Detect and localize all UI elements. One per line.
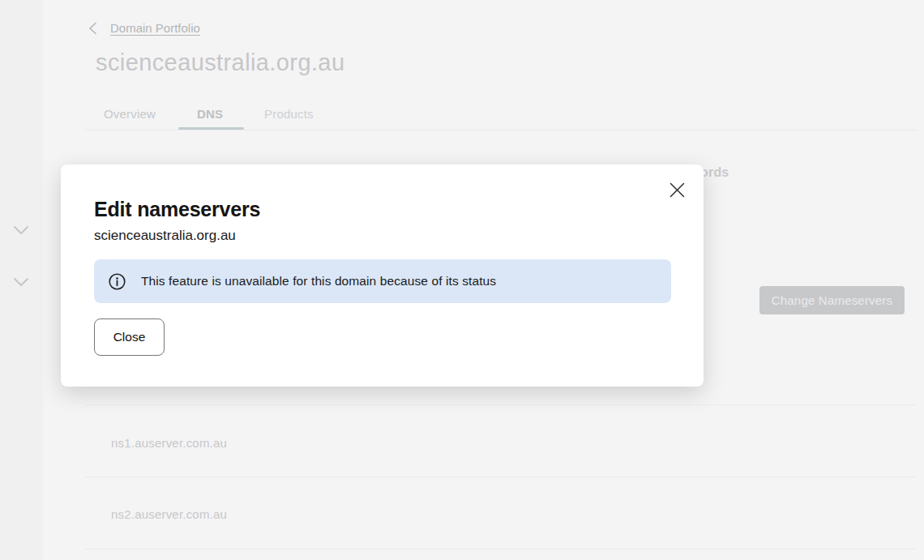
breadcrumb: Domain Portfolio [88, 21, 200, 35]
nameserver-row: ns1.auserver.com.au [111, 436, 227, 450]
info-icon [109, 273, 126, 290]
tab-products[interactable]: Products [264, 107, 314, 121]
status-info-alert: This feature is unavailable for this dom… [94, 259, 671, 303]
chevron-down-icon[interactable] [13, 224, 29, 236]
left-gutter [0, 0, 43, 560]
obscured-records-text: ords [700, 165, 729, 180]
row-divider [85, 404, 916, 405]
modal-title: Edit nameservers [94, 198, 704, 221]
edit-nameservers-modal: Edit nameservers scienceaustralia.org.au… [61, 165, 704, 387]
back-chevron-icon[interactable] [88, 22, 98, 35]
row-divider [85, 549, 916, 549]
tab-dns[interactable]: DNS [197, 107, 223, 121]
breadcrumb-link-domain-portfolio[interactable]: Domain Portfolio [110, 21, 200, 35]
row-divider [85, 477, 916, 477]
page-title: scienceaustralia.org.au [96, 49, 344, 76]
close-icon [669, 182, 685, 198]
domain-dns-page: Domain Portfolio scienceaustralia.org.au… [0, 0, 924, 560]
nameserver-row: ns2.auserver.com.au [111, 507, 227, 521]
modal-subtitle: scienceaustralia.org.au [94, 228, 704, 244]
tabs-divider [85, 130, 916, 130]
close-button[interactable]: Close [94, 318, 165, 356]
chevron-down-icon[interactable] [13, 276, 29, 288]
alert-text: This feature is unavailable for this dom… [141, 274, 496, 289]
change-nameservers-button[interactable]: Change Nameservers [759, 286, 905, 314]
modal-close-button[interactable] [665, 178, 688, 201]
tab-overview[interactable]: Overview [104, 107, 156, 121]
